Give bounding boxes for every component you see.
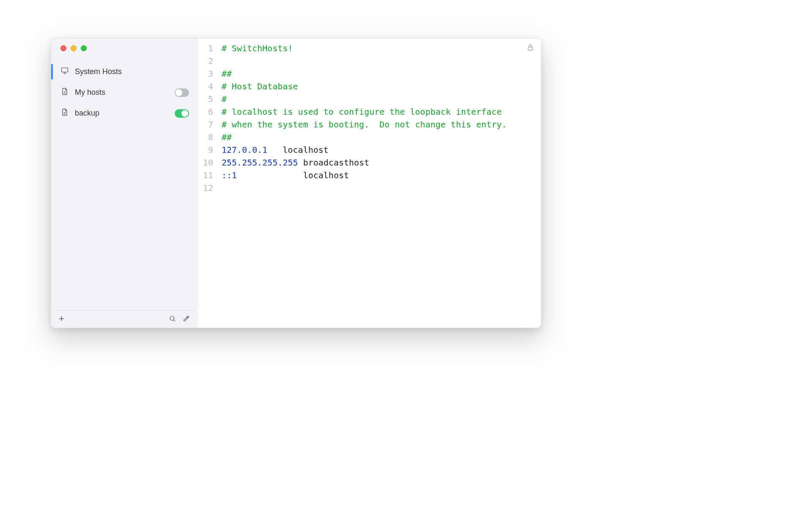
editor-area[interactable]: 123456789101112 # SwitchHosts! ### Host …: [197, 39, 541, 328]
line-number: 7: [197, 118, 217, 131]
line-number: 6: [197, 105, 217, 118]
file-icon: [60, 108, 69, 119]
svg-line-8: [173, 320, 175, 321]
sidebar-list: System HostsMy hostsbackup: [51, 60, 197, 310]
code-line: ::1 localhost: [222, 169, 507, 182]
sidebar-footer: +: [51, 310, 197, 328]
line-number: 9: [197, 144, 217, 156]
window-controls: [51, 39, 197, 60]
code-line: # localhost is used to configure the loo…: [222, 105, 507, 118]
search-icon[interactable]: [169, 315, 176, 323]
code-line: ##: [222, 67, 507, 80]
sidebar-item-my-hosts[interactable]: My hosts: [51, 82, 197, 103]
app-window: System HostsMy hostsbackup + 12345678910…: [51, 38, 541, 328]
code-line: [222, 55, 507, 67]
code-content: # SwitchHosts! ### Host Database## local…: [217, 39, 507, 328]
code-line: [222, 182, 507, 194]
sidebar-item-label: backup: [75, 109, 169, 118]
code-line: #: [222, 93, 507, 105]
monitor-icon: [60, 66, 69, 77]
line-number: 8: [197, 131, 217, 144]
line-number: 11: [197, 169, 217, 182]
lock-icon: [527, 44, 534, 51]
line-number: 5: [197, 93, 217, 105]
line-number: 3: [197, 67, 217, 80]
add-button[interactable]: +: [59, 314, 64, 323]
toggle-switch[interactable]: [175, 109, 189, 118]
code-line: # when the system is booting. Do not cha…: [222, 118, 507, 131]
sidebar-item-backup[interactable]: backup: [51, 103, 197, 124]
line-number: 12: [197, 182, 217, 194]
code-line: 127.0.0.1 localhost: [222, 144, 507, 156]
minimize-window-button[interactable]: [71, 45, 77, 51]
settings-icon[interactable]: [182, 315, 190, 323]
sidebar-item-label: My hosts: [75, 88, 169, 97]
close-window-button[interactable]: [60, 45, 66, 51]
sidebar-item-label: System Hosts: [75, 67, 189, 76]
line-number: 10: [197, 156, 217, 169]
code-line: # Host Database: [222, 80, 507, 93]
line-number: 4: [197, 80, 217, 93]
line-number-gutter: 123456789101112: [197, 39, 217, 328]
svg-point-7: [170, 316, 174, 320]
toggle-switch[interactable]: [175, 88, 189, 97]
footer-actions: [169, 315, 190, 323]
line-number: 1: [197, 42, 217, 55]
zoom-window-button[interactable]: [81, 45, 87, 51]
line-number: 2: [197, 55, 217, 67]
sidebar: System HostsMy hostsbackup +: [51, 39, 197, 328]
sidebar-item-system-hosts[interactable]: System Hosts: [51, 61, 197, 82]
svg-rect-0: [62, 68, 68, 72]
code-line: 255.255.255.255 broadcasthost: [222, 156, 507, 169]
svg-rect-9: [528, 47, 533, 50]
code-line: # SwitchHosts!: [222, 42, 507, 55]
file-icon: [60, 87, 69, 98]
code-line: ##: [222, 131, 507, 144]
